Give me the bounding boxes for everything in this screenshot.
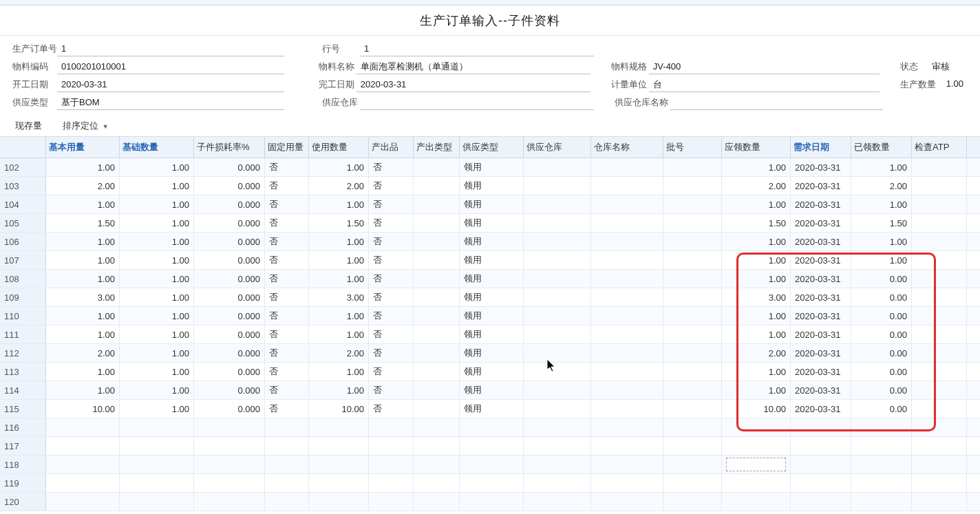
cell-wh-name[interactable]: [591, 288, 663, 306]
cell-sup-type[interactable]: 领用: [460, 177, 524, 195]
table-row[interactable]: 117: [0, 437, 980, 456]
cell-req-qty[interactable]: 1.00: [722, 251, 791, 269]
cell-fixed[interactable]: 否: [265, 344, 309, 362]
cell-out-type[interactable]: [414, 270, 460, 288]
cell-batch[interactable]: [663, 418, 722, 436]
cell-basic-qty[interactable]: [46, 456, 120, 473]
col-req-date[interactable]: 需求日期: [791, 137, 851, 158]
cell-fixed[interactable]: 否: [265, 325, 309, 343]
col-wh-name[interactable]: 仓库名称: [591, 137, 663, 158]
cell-issued-qty[interactable]: 0.00: [851, 344, 912, 362]
cell-loss-rate[interactable]: [194, 456, 265, 473]
cell-req-qty[interactable]: [722, 474, 791, 492]
cell-out-prod[interactable]: 否: [369, 400, 414, 418]
cell-basic-qty[interactable]: 1.00: [46, 307, 120, 325]
cell-loss-rate[interactable]: 0.000: [194, 177, 265, 195]
cell-out-type[interactable]: [414, 437, 460, 455]
cell-sup-type[interactable]: 领用: [460, 195, 524, 213]
cell-req-date[interactable]: 2020-03-31: [791, 344, 851, 362]
cell-sup-type[interactable]: 领用: [460, 344, 524, 362]
cell-req-date[interactable]: [791, 418, 851, 436]
cell-fixed[interactable]: 否: [265, 233, 309, 250]
row-number[interactable]: 111: [0, 325, 46, 343]
cell-atp[interactable]: [912, 456, 967, 473]
col-out-prod[interactable]: 产出品: [369, 137, 414, 158]
cell-out-prod[interactable]: 否: [369, 325, 414, 343]
cell-sup-wh[interactable]: [524, 177, 591, 195]
tab-sort[interactable]: 排序定位 ▼: [57, 116, 114, 136]
cell-fixed[interactable]: 否: [265, 400, 309, 418]
cell-out-prod[interactable]: 否: [369, 177, 414, 195]
cell-basic-qty[interactable]: 10.00: [46, 400, 120, 418]
col-fixed[interactable]: 固定用量: [265, 137, 309, 158]
cell-req-qty[interactable]: 2.00: [722, 177, 791, 195]
cell-base-qty[interactable]: 1.00: [120, 158, 194, 176]
cell-atp[interactable]: [912, 288, 967, 306]
cell-sup-wh[interactable]: [524, 344, 591, 362]
cell-basic-qty[interactable]: 1.00: [46, 270, 120, 288]
cell-out-prod[interactable]: [369, 418, 414, 436]
cell-loss-rate[interactable]: 0.000: [194, 214, 265, 232]
cell-sup-type[interactable]: 领用: [460, 251, 524, 269]
cell-base-qty[interactable]: 1.00: [120, 214, 194, 232]
cell-issued-qty[interactable]: 0.00: [851, 400, 912, 418]
cell-atp[interactable]: [912, 381, 967, 399]
cell-issued-qty[interactable]: 0.00: [851, 381, 912, 399]
cell-basic-qty[interactable]: 1.00: [46, 233, 120, 250]
cell-issued-qty[interactable]: [851, 474, 912, 492]
cell-out-prod[interactable]: 否: [369, 270, 414, 288]
cell-req-qty[interactable]: [722, 456, 791, 473]
table-row[interactable]: 1101.001.000.000否1.00否领用1.002020-03-310.…: [0, 307, 980, 325]
cell-batch[interactable]: [663, 195, 722, 213]
cell-out-type[interactable]: [414, 493, 460, 511]
cell-issued-qty[interactable]: 1.50: [851, 214, 912, 232]
cell-out-prod[interactable]: 否: [369, 363, 414, 381]
cell-out-type[interactable]: [414, 288, 460, 306]
cell-sup-wh[interactable]: [524, 270, 591, 288]
table-row[interactable]: 1032.001.000.000否2.00否领用2.002020-03-312.…: [0, 177, 980, 195]
table-row[interactable]: 1081.001.000.000否1.00否领用1.002020-03-310.…: [0, 270, 980, 288]
cell-atp[interactable]: [912, 307, 967, 325]
cell-sup-type[interactable]: [460, 493, 524, 511]
cell-basic-qty[interactable]: 2.00: [46, 177, 120, 195]
cell-out-type[interactable]: [414, 325, 460, 343]
cell-loss-rate[interactable]: 0.000: [194, 270, 265, 288]
cell-sup-wh[interactable]: [524, 251, 591, 269]
cell-out-prod[interactable]: [369, 456, 414, 473]
cell-issued-qty[interactable]: 2.00: [851, 177, 912, 195]
col-req-qty[interactable]: 应领数量: [722, 137, 791, 158]
row-number[interactable]: 106: [0, 233, 46, 250]
cell-base-qty[interactable]: 1.00: [120, 363, 194, 381]
cell-req-qty[interactable]: [722, 437, 791, 455]
cell-issued-qty[interactable]: 0.00: [851, 307, 912, 325]
cell-used-qty[interactable]: 1.00: [309, 195, 369, 213]
tab-stock[interactable]: 现存量: [10, 116, 47, 136]
cell-basic-qty[interactable]: 1.00: [46, 325, 120, 343]
input-unit[interactable]: [649, 77, 880, 92]
cell-loss-rate[interactable]: 0.000: [194, 344, 265, 362]
cell-base-qty[interactable]: 1.00: [120, 270, 194, 288]
cell-used-qty[interactable]: 10.00: [309, 400, 369, 418]
cell-out-prod[interactable]: 否: [369, 233, 414, 250]
table-row[interactable]: 1061.001.000.000否1.00否领用1.002020-03-311.…: [0, 233, 980, 251]
cell-wh-name[interactable]: [591, 493, 663, 511]
cell-wh-name[interactable]: [591, 325, 663, 343]
cell-batch[interactable]: [663, 456, 722, 473]
cell-wh-name[interactable]: [591, 177, 663, 195]
cell-sup-wh[interactable]: [524, 158, 591, 176]
cell-basic-qty[interactable]: 1.00: [46, 363, 120, 381]
cell-atp[interactable]: [912, 195, 967, 213]
cell-sup-wh[interactable]: [524, 233, 591, 250]
cell-req-date[interactable]: 2020-03-31: [791, 195, 851, 213]
cell-req-date[interactable]: 2020-03-31: [791, 158, 851, 176]
cell-batch[interactable]: [663, 251, 722, 269]
col-rownum[interactable]: [0, 137, 46, 158]
cell-wh-name[interactable]: [591, 437, 663, 455]
table-row[interactable]: 1051.501.000.000否1.50否领用1.502020-03-311.…: [0, 214, 980, 233]
cell-sup-type[interactable]: 领用: [460, 158, 524, 176]
cell-out-prod[interactable]: [369, 437, 414, 455]
cell-req-date[interactable]: [791, 474, 851, 492]
cell-used-qty[interactable]: 1.00: [309, 251, 369, 269]
cell-basic-qty[interactable]: 1.00: [46, 158, 120, 176]
cell-out-type[interactable]: [414, 195, 460, 213]
